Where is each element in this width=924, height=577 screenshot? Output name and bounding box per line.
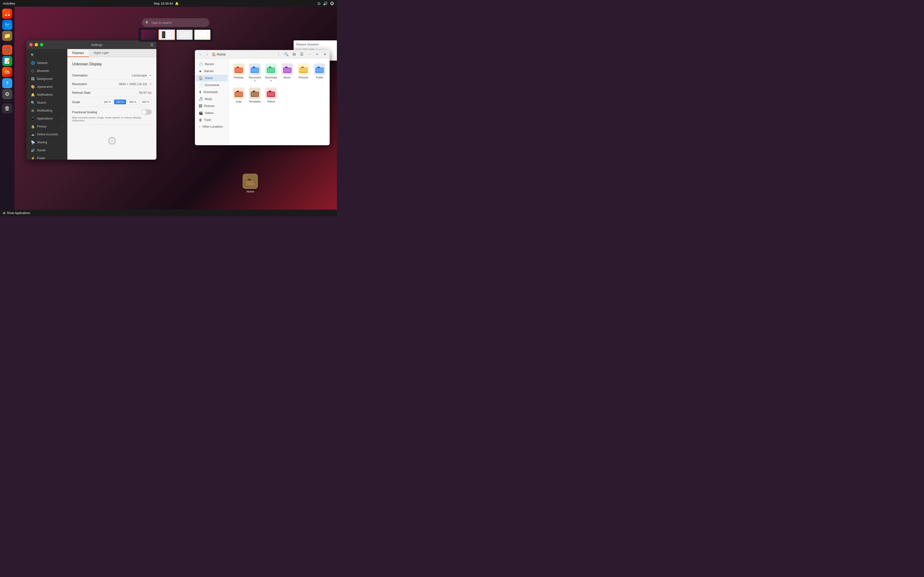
- chevron-right-icon: ›: [62, 125, 63, 128]
- scale-200-button[interactable]: 200 %: [114, 100, 126, 104]
- window-thumb-2[interactable]: [158, 29, 175, 40]
- sidebar-item-network[interactable]: 🌐 Network: [28, 59, 66, 67]
- fm-item-music[interactable]: Music: [280, 61, 294, 84]
- fm-sidebar-starred[interactable]: ★ Starred: [196, 68, 228, 74]
- fm-item-videos[interactable]: Videos: [264, 85, 278, 105]
- sidebar-item-multitasking[interactable]: ⊞ Multitasking: [28, 107, 66, 114]
- network-icon[interactable]: ⊙: [317, 1, 320, 6]
- fm-view-icons-button[interactable]: ⊞: [291, 51, 297, 58]
- other-locations-icon: +: [199, 125, 200, 128]
- fm-menu-button[interactable]: ⋮: [275, 51, 282, 58]
- fm-sidebar-documents[interactable]: 📄 Documents: [196, 82, 228, 89]
- fm-path: 🏠 Home: [212, 52, 226, 56]
- fractional-scaling-toggle[interactable]: [142, 110, 152, 115]
- downloads-icon: ⬇: [199, 90, 202, 94]
- fm-sidebar-recent[interactable]: 🕐 Recent: [196, 61, 228, 68]
- window-thumb-3[interactable]: [176, 29, 193, 40]
- power-icon[interactable]: ⏻: [330, 1, 334, 5]
- search-bar[interactable]: 🔍: [142, 18, 209, 27]
- scale-300-button[interactable]: 300 %: [127, 100, 139, 104]
- sidebar-item-background[interactable]: 🖼 Background: [28, 75, 66, 83]
- trash-icon: 🗑: [199, 118, 202, 122]
- window-switcher: [139, 28, 213, 42]
- fm-nav-back[interactable]: ‹: [197, 52, 203, 57]
- fm-nav-forward[interactable]: ›: [205, 52, 210, 57]
- fm-close-button[interactable]: ✕: [322, 52, 327, 57]
- window-thumb-4[interactable]: [194, 29, 211, 40]
- dock-libreoffice[interactable]: 📝: [2, 56, 12, 66]
- fm-item-templates[interactable]: Templates: [247, 85, 262, 105]
- scale-row: Scale 100 % 200 % 300 % 400 %: [72, 97, 152, 107]
- scale-400-button[interactable]: 400 %: [140, 100, 152, 104]
- displays-content: Unknown Display Orientation Landscape Re…: [67, 57, 157, 129]
- show-applications-button[interactable]: ⊞ Show Applications: [3, 211, 30, 215]
- svg-rect-13: [300, 68, 307, 72]
- fm-zoom-in-button[interactable]: +: [314, 51, 320, 58]
- sidebar-item-search[interactable]: 🔍 Search: [28, 99, 66, 106]
- volume-icon[interactable]: 🔊: [323, 1, 328, 6]
- sidebar-item-sharing[interactable]: 📡 Sharing: [28, 139, 66, 146]
- fm-item-downloads[interactable]: Downloads: [264, 61, 278, 84]
- dock-files[interactable]: 📁: [2, 31, 12, 41]
- dock-firefox[interactable]: 🦊: [2, 9, 12, 19]
- dock-rhythmbox[interactable]: 🎵: [2, 45, 12, 55]
- fm-sidebar-trash[interactable]: 🗑 Trash: [196, 117, 228, 123]
- settings-close-button[interactable]: [29, 43, 33, 47]
- scale-100-button[interactable]: 100 %: [101, 100, 113, 104]
- sidebar-item-sound[interactable]: 🔊 Sound: [28, 147, 66, 154]
- fm-sidebar-pictures[interactable]: 🖼 Pictures: [196, 103, 228, 110]
- sidebar-item-notifications[interactable]: 🔔 Notifications: [28, 91, 66, 98]
- settings-content: 🔍 🌐 Network ⬡ Bluetooth 🖼 Background 🎨 A…: [26, 49, 157, 160]
- fm-grid: Desktop Documents: [231, 61, 327, 105]
- desktop-home-icon[interactable]: Home: [241, 172, 260, 195]
- search-icon: 🔍: [31, 101, 35, 105]
- fm-sidebar-recent-label: Recent: [205, 63, 214, 66]
- settings-gear-decoration: ⚙: [67, 134, 157, 148]
- dock-thunderbird[interactable]: 🐦: [2, 20, 12, 30]
- sidebar-item-privacy[interactable]: 🔒 Privacy ›: [28, 122, 66, 130]
- topbar-center: May 18 00:44 🔔: [154, 2, 179, 5]
- fm-sidebar-other-locations[interactable]: + Other Locations: [196, 124, 228, 130]
- sidebar-item-power[interactable]: ⚡ Power: [28, 154, 66, 160]
- fm-view-list-button[interactable]: ☰: [298, 51, 305, 58]
- fm-item-pictures[interactable]: Pictures: [296, 61, 310, 84]
- tab-night-light[interactable]: Night Light: [89, 49, 113, 57]
- bluetooth-icon: ⬡: [31, 69, 35, 73]
- refresh-rate-value: 59.97 Hz: [139, 91, 152, 95]
- activities-button[interactable]: Activities: [3, 2, 15, 5]
- resolution-value[interactable]: 3840 × 2400 (16:10): [119, 82, 152, 86]
- sidebar-item-online-accounts[interactable]: ☁ Online Accounts: [28, 131, 66, 138]
- fm-item-documents[interactable]: Documents: [247, 61, 262, 84]
- sharing-icon: 📡: [31, 140, 35, 144]
- tab-displays[interactable]: Displays: [67, 49, 89, 57]
- fm-item-public[interactable]: Public: [313, 61, 327, 84]
- fm-item-snap[interactable]: snap: [231, 85, 246, 105]
- dock-help[interactable]: ?: [2, 78, 12, 88]
- fm-zoom-out-button[interactable]: -: [306, 51, 313, 58]
- settings-minimize-button[interactable]: [35, 43, 38, 47]
- alarm-icon[interactable]: 🔔: [175, 2, 179, 5]
- sidebar-item-privacy-label: Privacy: [37, 125, 47, 128]
- sidebar-item-search-label: Search: [37, 101, 46, 104]
- fm-item-desktop[interactable]: Desktop: [231, 61, 246, 84]
- settings-menu-icon[interactable]: ☰: [150, 43, 153, 47]
- downloads-folder-label: Downloads: [265, 76, 277, 82]
- sidebar-item-appearance[interactable]: 🎨 Appearance: [28, 83, 66, 91]
- desktop: 🔍: [15, 7, 337, 210]
- fm-sidebar-music[interactable]: 🎵 Music: [196, 96, 228, 102]
- sidebar-item-bluetooth[interactable]: ⬡ Bluetooth: [28, 67, 66, 75]
- fm-sidebar-downloads[interactable]: ⬇ Downloads: [196, 89, 228, 95]
- dock-appstore[interactable]: 🛍: [2, 67, 12, 77]
- orientation-value[interactable]: Landscape: [132, 74, 152, 77]
- window-thumb-1[interactable]: [141, 29, 157, 40]
- fm-sidebar-home[interactable]: 🏠 Home: [196, 75, 228, 82]
- fm-sidebar-trash-label: Trash: [204, 118, 211, 122]
- dock-settings[interactable]: ⚙: [2, 89, 12, 99]
- search-input[interactable]: [151, 21, 206, 24]
- fm-search-button[interactable]: 🔍: [283, 51, 290, 58]
- fm-sidebar-videos[interactable]: 🎬 Videos: [196, 110, 228, 116]
- gear-icon: ⚙: [107, 134, 117, 148]
- settings-maximize-button[interactable]: [40, 43, 43, 47]
- dock-trash[interactable]: 🗑: [2, 103, 12, 113]
- sidebar-item-applications[interactable]: 📱 Applications ›: [28, 115, 66, 122]
